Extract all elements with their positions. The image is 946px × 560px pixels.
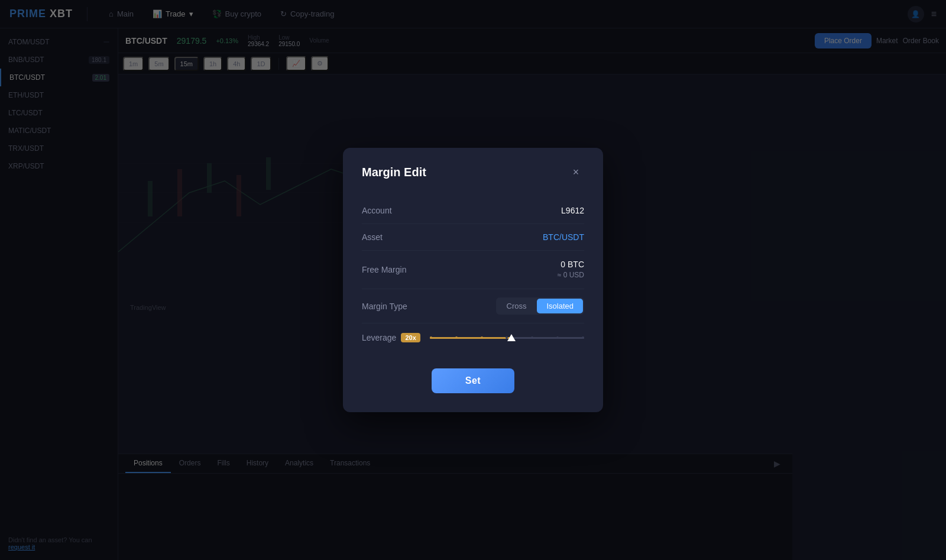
asset-row: Asset BTC/USDT (362, 224, 584, 251)
set-btn-wrapper: Set (362, 368, 584, 393)
margin-type-label: Margin Type (362, 302, 407, 311)
free-margin-row: Free Margin 0 BTC ≈ 0 USD (362, 251, 584, 289)
set-button[interactable]: Set (432, 368, 514, 393)
margin-type-toggle: Cross Isolated (496, 297, 585, 315)
leverage-badge: 20x (401, 333, 420, 342)
margin-edit-modal: Margin Edit × Account L9612 Asset BTC/US… (343, 148, 603, 412)
leverage-row: Leverage 20x (362, 323, 584, 352)
modal-title: Margin Edit (362, 166, 426, 179)
leverage-slider-container[interactable] (430, 332, 584, 344)
account-row: Account L9612 (362, 198, 584, 224)
asset-label: Asset (362, 232, 383, 242)
account-label: Account (362, 206, 392, 215)
close-button[interactable]: × (568, 164, 584, 181)
asset-value: BTC/USDT (543, 232, 584, 242)
modal-overlay: Margin Edit × Account L9612 Asset BTC/US… (0, 0, 946, 560)
free-margin-value: 0 BTC ≈ 0 USD (558, 259, 584, 280)
leverage-label: Leverage 20x (362, 333, 420, 342)
free-margin-label: Free Margin (362, 265, 406, 274)
account-value: L9612 (561, 206, 584, 215)
margin-type-row: Margin Type Cross Isolated (362, 289, 584, 323)
cross-toggle-btn[interactable]: Cross (497, 299, 536, 313)
modal-header: Margin Edit × (362, 164, 584, 181)
isolated-toggle-btn[interactable]: Isolated (537, 299, 583, 313)
